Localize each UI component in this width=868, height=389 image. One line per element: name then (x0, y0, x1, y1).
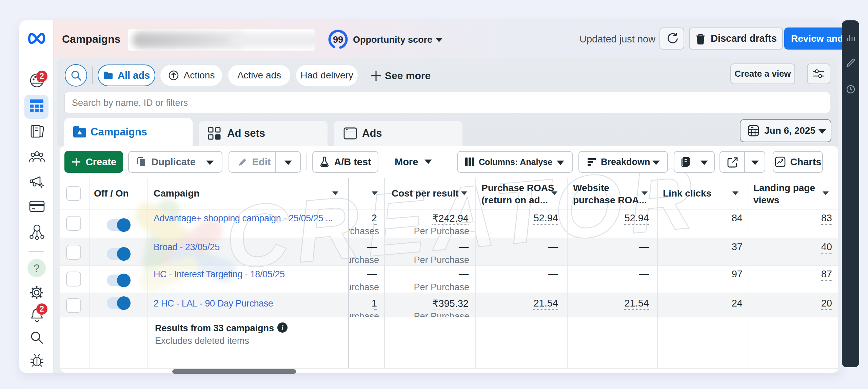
svg-text:99: 99 (333, 35, 343, 45)
